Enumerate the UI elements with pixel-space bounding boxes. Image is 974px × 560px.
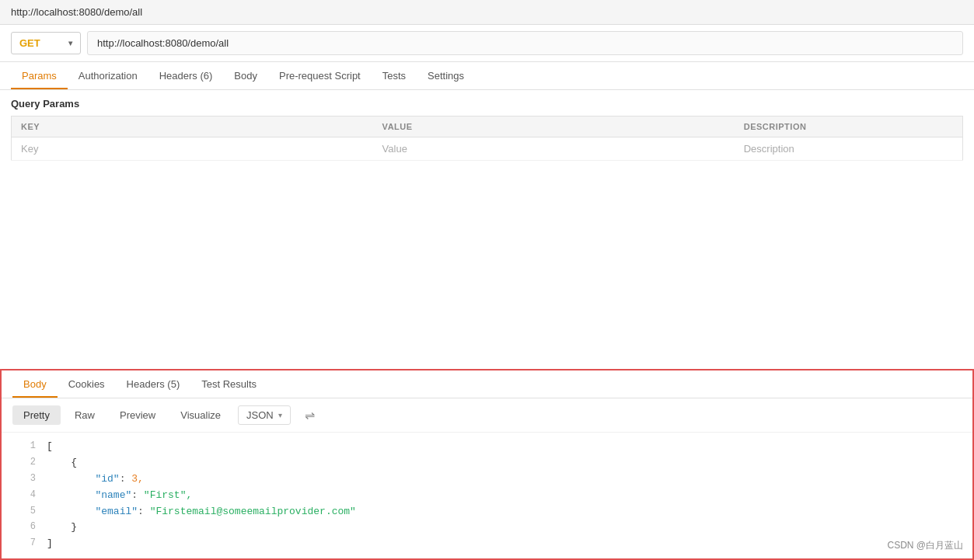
watermark: CSDN @白月蓝山 <box>887 539 963 552</box>
json-line-7: 7 ] <box>12 536 962 552</box>
method-label: GET <box>19 37 40 49</box>
top-bar-url: http://localhost:8080/demo/all <box>11 6 142 18</box>
main-layout: http://localhost:8080/demo/all GET ▾ Par… <box>0 0 974 560</box>
json-format-label: JSON <box>246 409 274 421</box>
line-num-1: 1 <box>12 439 36 454</box>
json-line-5: 5 "email" : "Firstemail@someemailprovide… <box>12 504 962 520</box>
response-section: Body Cookies Headers (5) Test Results Pr… <box>0 369 974 560</box>
param-description-placeholder[interactable]: Description <box>735 137 963 161</box>
json-line-4: 4 "name" : "First", <box>12 488 962 504</box>
query-params-section: Query Params KEY VALUE DESCRIPTION Key V… <box>0 90 974 161</box>
json-indent-5 <box>47 504 95 520</box>
param-key-placeholder[interactable]: Key <box>12 137 373 161</box>
json-key-name: "name" <box>95 488 131 504</box>
line-num-4: 4 <box>12 488 36 503</box>
json-viewer: 1 [ 2 { 3 "id" : 3, 4 <box>2 433 972 558</box>
tab-settings[interactable]: Settings <box>417 62 475 89</box>
response-tab-body[interactable]: Body <box>12 370 58 398</box>
response-area: 🌐 Status: 200 OK Time: Body Cookies Head… <box>0 369 974 560</box>
json-indent-3 <box>47 471 95 488</box>
json-indent-4 <box>47 488 95 504</box>
json-line-3: 3 "id" : 3, <box>12 471 962 488</box>
col-header-description: DESCRIPTION <box>735 117 963 137</box>
json-bracket-close-obj: } <box>47 520 77 536</box>
method-dropdown[interactable]: GET ▾ <box>11 32 81 54</box>
filter-icon[interactable]: ⇌ <box>298 405 321 426</box>
top-bar: http://localhost:8080/demo/all <box>0 0 974 25</box>
params-table: KEY VALUE DESCRIPTION Key Value Descript… <box>11 116 963 161</box>
tab-params[interactable]: Params <box>11 62 68 89</box>
json-format-chevron: ▾ <box>278 411 282 419</box>
json-key-email: "email" <box>95 504 138 520</box>
response-tabs-row: Body Cookies Headers (5) Test Results <box>2 370 972 398</box>
json-value-id: 3, <box>131 471 144 488</box>
table-row: Key Value Description <box>12 137 963 161</box>
json-format-select[interactable]: JSON ▾ <box>238 405 291 425</box>
line-num-5: 5 <box>12 504 36 519</box>
response-tab-headers[interactable]: Headers (5) <box>116 370 191 398</box>
format-tab-preview[interactable]: Preview <box>109 405 166 425</box>
json-key-id: "id" <box>95 471 119 488</box>
line-num-2: 2 <box>12 455 36 470</box>
json-value-email: "Firstemail@someemailprovider.com" <box>150 504 356 520</box>
line-num-3: 3 <box>12 471 36 486</box>
json-colon-5: : <box>138 504 150 520</box>
line-num-7: 7 <box>12 536 36 551</box>
tab-headers[interactable]: Headers (6) <box>148 62 224 89</box>
json-colon-4: : <box>131 488 144 504</box>
method-chevron: ▾ <box>68 39 72 47</box>
param-value-placeholder[interactable]: Value <box>373 137 735 161</box>
request-area: GET ▾ Params Authorization Headers (6) B… <box>0 25 974 161</box>
response-tab-cookies[interactable]: Cookies <box>58 370 116 398</box>
format-tab-pretty[interactable]: Pretty <box>12 405 61 425</box>
json-line-2: 2 { <box>12 455 962 471</box>
col-header-value: VALUE <box>373 117 735 137</box>
json-bracket-open-obj: { <box>47 455 77 471</box>
col-header-key: KEY <box>12 117 373 137</box>
format-row: Pretty Raw Preview Visualize JSON ▾ ⇌ <box>2 398 972 433</box>
tab-tests[interactable]: Tests <box>372 62 417 89</box>
tab-authorization[interactable]: Authorization <box>68 62 148 89</box>
query-params-title: Query Params <box>11 98 963 110</box>
json-bracket-close-array: ] <box>47 536 53 552</box>
json-value-name: "First", <box>144 488 192 504</box>
url-input[interactable] <box>87 31 963 55</box>
request-tabs-row: Params Authorization Headers (6) Body Pr… <box>0 62 974 90</box>
json-line-1: 1 [ <box>12 439 962 455</box>
json-line-6: 6 } <box>12 520 962 536</box>
json-bracket-open-array: [ <box>47 439 53 455</box>
format-tab-visualize[interactable]: Visualize <box>169 405 232 425</box>
format-tab-raw[interactable]: Raw <box>64 405 106 425</box>
url-row: GET ▾ <box>0 25 974 62</box>
tab-body[interactable]: Body <box>223 62 268 89</box>
tab-pre-request-script[interactable]: Pre-request Script <box>268 62 372 89</box>
line-num-6: 6 <box>12 520 36 534</box>
json-colon-3: : <box>120 471 132 488</box>
response-tab-test-results[interactable]: Test Results <box>190 370 267 398</box>
